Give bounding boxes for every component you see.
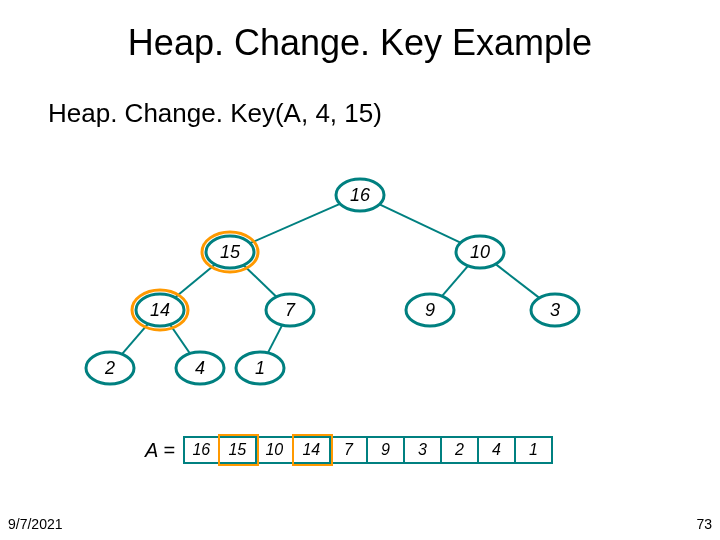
array-cell: 7 <box>331 436 368 464</box>
array-cell: 4 <box>479 436 516 464</box>
node-value: 2 <box>104 358 115 378</box>
node-value: 4 <box>195 358 205 378</box>
node-value: 15 <box>220 242 241 262</box>
tree-node: 7 <box>266 294 314 326</box>
array-cell: 14 <box>294 436 331 464</box>
node-value: 14 <box>150 300 170 320</box>
slide-date: 9/7/2021 <box>8 516 63 532</box>
tree-edge <box>496 264 540 298</box>
tree-node: 10 <box>456 236 504 268</box>
array-box: 16151014793241 <box>183 436 553 464</box>
tree-node: 14 <box>132 290 188 330</box>
slide-number: 73 <box>696 516 712 532</box>
array-cell: 10 <box>257 436 294 464</box>
tree-edge <box>244 265 277 297</box>
array-row: A = 16151014793241 <box>145 436 553 464</box>
node-value: 3 <box>550 300 560 320</box>
tree-edge <box>268 325 282 353</box>
tree-edge <box>250 204 340 243</box>
tree-edge <box>175 264 215 297</box>
array-cell: 1 <box>516 436 553 464</box>
array-cell: 3 <box>405 436 442 464</box>
tree-node: 16 <box>336 179 384 211</box>
tree-node: 4 <box>176 352 224 384</box>
node-value: 16 <box>350 185 371 205</box>
tree-node: 9 <box>406 294 454 326</box>
tree-edge <box>442 266 468 296</box>
tree-node: 1 <box>236 352 284 384</box>
tree-node: 2 <box>86 352 134 384</box>
tree-edge <box>122 324 148 354</box>
array-label: A = <box>145 439 175 462</box>
array-cell: 15 <box>220 436 257 464</box>
node-value: 9 <box>425 300 435 320</box>
array-cell: 9 <box>368 436 405 464</box>
array-cell: 2 <box>442 436 479 464</box>
tree-node: 3 <box>531 294 579 326</box>
array-cell: 16 <box>183 436 220 464</box>
tree-node: 15 <box>202 232 258 272</box>
tree-edge <box>380 204 461 242</box>
node-value: 10 <box>470 242 490 262</box>
node-value: 7 <box>285 300 296 320</box>
node-value: 1 <box>255 358 265 378</box>
